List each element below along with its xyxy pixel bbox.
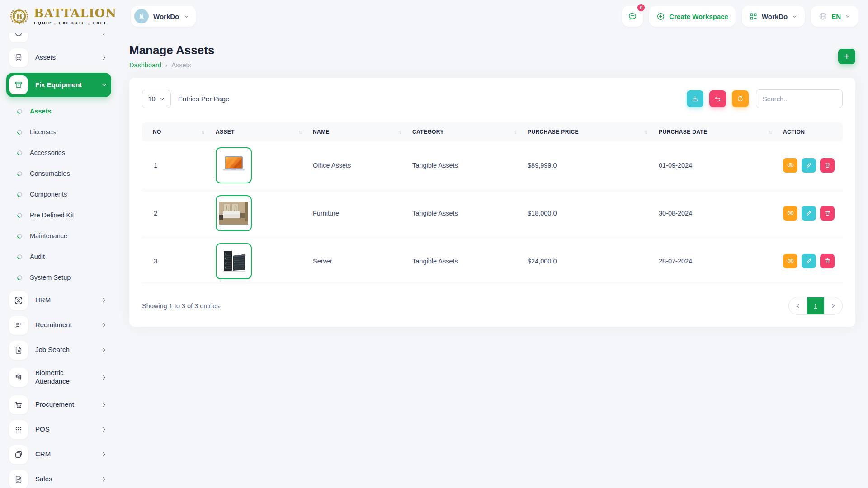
undo-icon <box>714 95 722 103</box>
column-header-purchase-price[interactable]: PURCHASE PRICE↑↓ <box>520 122 651 141</box>
sidebar-item-sales[interactable]: Sales <box>6 467 111 488</box>
cart-icon <box>9 395 28 414</box>
workspace-selector[interactable]: WorkDo <box>131 6 196 27</box>
delete-button[interactable] <box>820 158 835 173</box>
fingerprint-icon <box>9 368 28 387</box>
sidebar-item-fix-equipment[interactable]: Fix Equipment <box>6 73 111 97</box>
cell-purchase-date: 01-09-2024 <box>651 162 776 169</box>
workspace-label: WorkDo <box>153 13 179 20</box>
sidebar-item-label: Procurement <box>35 400 94 409</box>
cell-name: Office Assets <box>306 162 405 169</box>
sidebar-item-procurement[interactable]: Procurement <box>6 392 111 417</box>
submenu-item-components[interactable]: Components <box>11 184 111 205</box>
sidebar-item-pos[interactable]: POS <box>6 417 111 442</box>
export-button[interactable] <box>687 90 703 107</box>
sidebar-item-label: Fix Equipment <box>35 81 94 89</box>
sort-icon: ↑↓ <box>398 130 401 135</box>
assets-card: 10 Entries Per Page <box>129 78 855 327</box>
view-button[interactable] <box>783 254 797 268</box>
column-header-name[interactable]: NAME↑↓ <box>306 122 405 141</box>
furniture-thumbnail[interactable] <box>216 195 252 231</box>
chevron-left-icon <box>795 303 801 309</box>
sort-icon: ↑↓ <box>298 130 301 135</box>
edit-button[interactable] <box>802 206 816 221</box>
sidebar-item-partial[interactable] <box>6 33 111 45</box>
bullet-icon <box>16 170 24 177</box>
chevron-right-icon <box>101 451 108 458</box>
crm-icon <box>9 445 28 464</box>
previous-page-button[interactable] <box>789 297 807 314</box>
bullet-icon <box>16 149 24 156</box>
chevron-right-icon <box>101 374 108 381</box>
bullet-icon <box>16 211 24 219</box>
laptop-thumbnail[interactable] <box>216 147 252 183</box>
sidebar-item-label: Assets <box>35 53 94 62</box>
person-plus-icon <box>9 316 28 335</box>
pencil-icon <box>806 258 812 264</box>
submenu-item-licenses[interactable]: Licenses <box>11 122 111 142</box>
sidebar-item-assets[interactable]: Assets <box>6 45 111 70</box>
table-row: 3 <box>142 237 843 285</box>
next-page-button[interactable] <box>824 297 842 314</box>
sidebar-item-job-search[interactable]: Job Search <box>6 338 111 362</box>
submenu-item-accessories[interactable]: Accessories <box>11 142 111 163</box>
table-row: 2 <box>142 189 843 237</box>
cell-purchase-price: $24,000.0 <box>520 258 651 265</box>
entries-per-page-label: Entries Per Page <box>178 95 229 103</box>
submenu-item-audit[interactable]: Audit <box>11 246 111 267</box>
eye-icon <box>787 257 794 265</box>
submenu-item-assets[interactable]: Assets <box>11 101 111 122</box>
language-selector[interactable]: EN <box>811 6 858 27</box>
battalion-emblem-icon: B <box>7 4 31 28</box>
column-header-action[interactable]: ACTION <box>776 122 843 141</box>
submenu-item-system-setup[interactable]: System Setup <box>11 267 111 288</box>
assets-icon <box>9 48 28 67</box>
refresh-button[interactable] <box>732 90 749 107</box>
server-thumbnail[interactable] <box>216 243 252 279</box>
edit-button[interactable] <box>802 158 816 173</box>
sidebar-item-recruitment[interactable]: Recruitment <box>6 313 111 338</box>
sidebar-item-label: Sales <box>35 475 94 483</box>
sidebar-item-crm[interactable]: CRM <box>6 442 111 467</box>
search-input[interactable] <box>756 89 843 108</box>
undo-button[interactable] <box>709 90 726 107</box>
cell-asset <box>208 243 306 279</box>
sidebar-item-label: CRM <box>35 450 94 459</box>
download-icon <box>691 95 699 103</box>
cell-no: 2 <box>142 210 208 217</box>
column-header-no[interactable]: NO↑↓ <box>142 122 208 141</box>
column-header-asset[interactable]: ASSET↑↓ <box>208 122 306 141</box>
view-button[interactable] <box>783 158 797 173</box>
view-button[interactable] <box>783 206 797 221</box>
add-asset-button[interactable]: + <box>838 49 855 64</box>
chevron-right-icon <box>101 426 108 433</box>
cell-asset <box>208 147 306 183</box>
create-workspace-button[interactable]: Create Workspace <box>649 6 736 27</box>
edit-button[interactable] <box>802 254 816 268</box>
column-header-category[interactable]: CATEGORY↑↓ <box>405 122 520 141</box>
delete-button[interactable] <box>820 254 835 268</box>
chevron-right-icon <box>101 33 108 36</box>
main-content: Manage Assets Dashboard › Assets + 10 En… <box>117 33 868 488</box>
messages-button[interactable]: 0 <box>622 6 643 27</box>
sidebar-item-biometric-attendance[interactable]: Biometric Attendance <box>6 362 111 392</box>
breadcrumb-dashboard-link[interactable]: Dashboard <box>129 61 161 69</box>
entries-per-page-value: 10 <box>148 95 156 103</box>
svg-text:B: B <box>16 12 22 21</box>
sidebar-item-label: POS <box>35 425 94 434</box>
menu-icon <box>9 33 28 42</box>
cell-category: Tangible Assets <box>405 162 520 169</box>
cell-action <box>776 206 843 221</box>
submenu-item-maintenance[interactable]: Maintenance <box>11 225 111 246</box>
delete-button[interactable] <box>820 206 835 221</box>
refresh-icon <box>736 95 744 103</box>
submenu-item-pre-defined-kit[interactable]: Pre Defined Kit <box>11 205 111 225</box>
page-number-active[interactable]: 1 <box>807 297 824 314</box>
column-header-purchase-date[interactable]: PURCHASE DATE↑↓ <box>651 122 776 141</box>
workdo-menu-button[interactable]: WorkDo <box>742 6 805 27</box>
cell-purchase-price: $89,999.0 <box>520 162 651 169</box>
sidebar-item-hrm[interactable]: HRM <box>6 288 111 313</box>
trash-icon <box>824 258 831 264</box>
submenu-item-consumables[interactable]: Consumables <box>11 163 111 184</box>
entries-per-page-select[interactable]: 10 <box>142 90 171 108</box>
